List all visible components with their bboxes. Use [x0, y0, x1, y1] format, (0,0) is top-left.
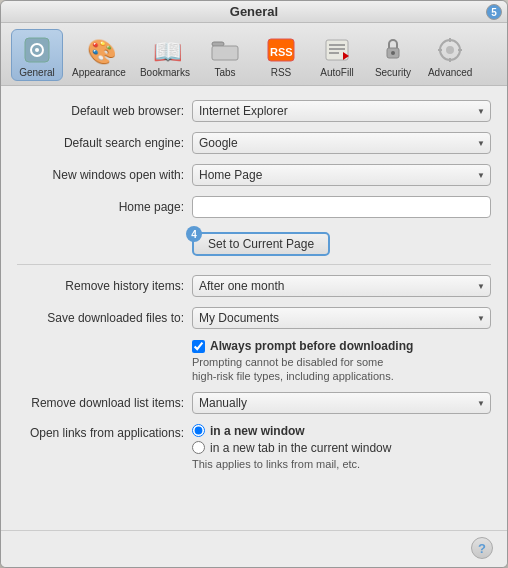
tab-tabs-label: Tabs	[214, 67, 235, 78]
prompt-hint: Prompting cannot be disabled for somehig…	[17, 355, 491, 384]
save-downloads-row: Save downloaded files to: My Documents D…	[17, 307, 491, 329]
set-current-page-button[interactable]: 4 Set to Current Page	[192, 232, 330, 256]
svg-text:🎨: 🎨	[87, 37, 115, 66]
svg-text:📖: 📖	[153, 37, 181, 66]
always-prompt-row: Always prompt before downloading	[17, 339, 491, 353]
remove-downloads-control: Manually When successful Upon quit	[192, 392, 491, 414]
open-links-hint: This applies to links from mail, etc.	[192, 458, 491, 470]
appearance-icon: 🎨	[83, 34, 115, 66]
set-page-control: 4 Set to Current Page	[192, 228, 491, 256]
remove-history-control: After one day After one week After one m…	[192, 275, 491, 297]
general-icon	[21, 34, 53, 66]
default-search-control: Google Bing Yahoo	[192, 132, 491, 154]
open-links-option2-label: in a new tab in the current window	[210, 441, 391, 455]
tab-rss-label: RSS	[271, 67, 292, 78]
default-search-select[interactable]: Google Bing Yahoo	[192, 132, 491, 154]
svg-rect-6	[212, 46, 238, 60]
new-windows-select[interactable]: Home Page Empty Page Same Page	[192, 164, 491, 186]
rss-icon: RSS	[265, 34, 297, 66]
default-browser-row: Default web browser: Internet Explorer S…	[17, 100, 491, 122]
divider-1	[17, 264, 491, 265]
tab-appearance[interactable]: 🎨 Appearance	[67, 29, 131, 81]
tab-tabs[interactable]: Tabs	[199, 29, 251, 81]
remove-downloads-select[interactable]: Manually When successful Upon quit	[192, 392, 491, 414]
set-current-page-label: Set to Current Page	[208, 237, 314, 251]
tab-security[interactable]: Security	[367, 29, 419, 81]
tab-general[interactable]: General	[11, 29, 63, 81]
always-prompt-checkbox[interactable]	[192, 340, 205, 353]
tab-appearance-label: Appearance	[72, 67, 126, 78]
remove-history-select-wrap: After one day After one week After one m…	[192, 275, 491, 297]
remove-downloads-select-wrap: Manually When successful Upon quit	[192, 392, 491, 414]
home-page-input[interactable]: http://home.core.com/home/	[192, 196, 491, 218]
security-icon	[377, 34, 409, 66]
open-links-label: Open links from applications:	[17, 424, 192, 440]
tab-advanced-label: Advanced	[428, 67, 472, 78]
save-downloads-label: Save downloaded files to:	[17, 311, 192, 325]
remove-downloads-row: Remove download list items: Manually Whe…	[17, 392, 491, 414]
svg-point-15	[391, 51, 395, 55]
home-page-label: Home page:	[17, 200, 192, 214]
window-title: General	[230, 4, 278, 19]
new-windows-label: New windows open with:	[17, 168, 192, 182]
save-downloads-select[interactable]: My Documents Desktop Downloads Other...	[192, 307, 491, 329]
tab-bookmarks[interactable]: 📖 Bookmarks	[135, 29, 195, 81]
new-windows-row: New windows open with: Home Page Empty P…	[17, 164, 491, 186]
tabs-icon	[209, 34, 241, 66]
tab-autofill[interactable]: AutoFill	[311, 29, 363, 81]
tab-bookmarks-label: Bookmarks	[140, 67, 190, 78]
svg-point-2	[35, 48, 39, 52]
help-button[interactable]: ?	[471, 537, 493, 559]
default-browser-select-wrap: Internet Explorer Safari Firefox	[192, 100, 491, 122]
set-page-row: 4 Set to Current Page	[17, 228, 491, 256]
home-page-control: http://home.core.com/home/	[192, 196, 491, 218]
tab-autofill-label: AutoFill	[320, 67, 353, 78]
default-browser-select[interactable]: Internet Explorer Safari Firefox	[192, 100, 491, 122]
open-links-radio-new-tab[interactable]	[192, 441, 205, 454]
tab-advanced[interactable]: Advanced	[423, 29, 477, 81]
footer: ?	[1, 530, 507, 567]
bookmarks-icon: 📖	[149, 34, 181, 66]
default-browser-label: Default web browser:	[17, 104, 192, 118]
preferences-window: General 5 General 🎨 Appearance	[0, 0, 508, 568]
remove-history-row: Remove history items: After one day Afte…	[17, 275, 491, 297]
tab-general-label: General	[19, 67, 55, 78]
tab-rss[interactable]: RSS RSS	[255, 29, 307, 81]
open-links-row: Open links from applications: in a new w…	[17, 424, 491, 470]
open-links-radio2-row: in a new tab in the current window	[192, 441, 491, 455]
save-downloads-select-wrap: My Documents Desktop Downloads Other...	[192, 307, 491, 329]
default-search-label: Default search engine:	[17, 136, 192, 150]
home-page-row: Home page: http://home.core.com/home/	[17, 196, 491, 218]
remove-history-label: Remove history items:	[17, 279, 192, 293]
preferences-content: Default web browser: Internet Explorer S…	[1, 86, 507, 530]
remove-history-select[interactable]: After one day After one week After one m…	[192, 275, 491, 297]
default-search-row: Default search engine: Google Bing Yahoo	[17, 132, 491, 154]
open-links-option1-label: in a new window	[210, 424, 305, 438]
badge-4-label: 4	[186, 226, 202, 242]
advanced-icon	[434, 34, 466, 66]
open-links-radio1-row: in a new window	[192, 424, 491, 438]
new-windows-control: Home Page Empty Page Same Page	[192, 164, 491, 186]
svg-point-17	[446, 46, 454, 54]
close-button[interactable]: 5	[486, 4, 502, 20]
save-downloads-control: My Documents Desktop Downloads Other...	[192, 307, 491, 329]
remove-downloads-label: Remove download list items:	[17, 396, 192, 410]
always-prompt-label: Always prompt before downloading	[210, 339, 413, 353]
svg-rect-5	[212, 42, 224, 46]
autofill-icon	[321, 34, 353, 66]
svg-text:RSS: RSS	[270, 46, 293, 58]
tab-security-label: Security	[375, 67, 411, 78]
new-windows-select-wrap: Home Page Empty Page Same Page	[192, 164, 491, 186]
prompt-hint-text: Prompting cannot be disabled for somehig…	[192, 356, 394, 382]
open-links-control: in a new window in a new tab in the curr…	[192, 424, 491, 470]
open-links-radio-new-window[interactable]	[192, 424, 205, 437]
default-search-select-wrap: Google Bing Yahoo	[192, 132, 491, 154]
toolbar: General 🎨 Appearance 📖 Bookmarks	[1, 23, 507, 86]
open-links-hint-text: This applies to links from mail, etc.	[192, 458, 360, 470]
titlebar: General 5	[1, 1, 507, 23]
default-browser-control: Internet Explorer Safari Firefox	[192, 100, 491, 122]
